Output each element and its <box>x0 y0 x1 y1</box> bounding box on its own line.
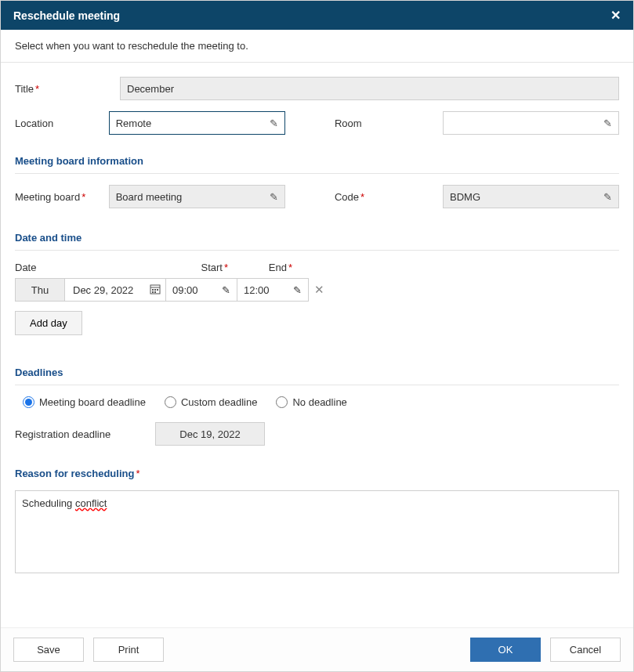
deadline-option-none[interactable]: No deadline <box>276 396 346 408</box>
dialog-title: Reschedule meeting <box>13 9 120 22</box>
pencil-icon[interactable]: ✎ <box>222 284 230 296</box>
ok-button[interactable]: OK <box>470 638 541 662</box>
print-button[interactable]: Print <box>93 638 164 662</box>
location-label: Location <box>15 117 98 129</box>
add-day-button[interactable]: Add day <box>15 311 82 335</box>
svg-rect-6 <box>152 291 154 293</box>
deadline-option-custom[interactable]: Custom deadline <box>165 396 258 408</box>
calendar-icon[interactable] <box>150 284 161 297</box>
meeting-board-field: Board meeting ✎ <box>109 185 285 208</box>
room-label: Room <box>335 117 376 129</box>
dialog-footer: Save Print OK Cancel <box>1 627 633 671</box>
section-date-time: Date and time <box>15 222 619 251</box>
code-field: BDMG ✎ <box>443 185 619 208</box>
reg-deadline-field: Dec 19, 2022 <box>155 422 265 446</box>
svg-rect-4 <box>154 289 156 291</box>
deadline-option-meeting-board[interactable]: Meeting board deadline <box>23 396 146 408</box>
location-field[interactable]: Remote ✎ <box>109 111 285 135</box>
section-deadlines: Deadlines <box>15 357 619 385</box>
end-time-cell[interactable]: 12:00 ✎ <box>237 278 309 302</box>
dialog-title-bar: Reschedule meeting ✕ <box>1 1 633 30</box>
code-label: Code* <box>335 191 376 203</box>
cancel-button[interactable]: Cancel <box>550 638 621 662</box>
section-meeting-board: Meeting board information <box>15 146 619 174</box>
remove-row-icon[interactable]: ✕ <box>314 283 324 297</box>
svg-rect-3 <box>152 289 154 291</box>
day-name-cell: Thu <box>15 278 65 302</box>
close-icon[interactable]: ✕ <box>610 8 621 23</box>
radio-meeting-board[interactable] <box>23 396 34 408</box>
title-field: December <box>120 77 619 100</box>
dialog-subtitle: Select when you want to reschedule the m… <box>1 30 633 63</box>
pencil-icon[interactable]: ✎ <box>603 117 612 129</box>
date-header-label: Date <box>15 262 165 273</box>
meeting-board-label: Meeting board* <box>15 191 98 203</box>
reg-deadline-label: Registration deadline <box>15 428 129 440</box>
svg-rect-7 <box>154 291 156 293</box>
start-header-label: Start* <box>165 262 237 273</box>
date-cell[interactable]: Dec 29, 2022 <box>64 278 166 302</box>
section-reason: Reason for rescheduling* <box>15 458 619 486</box>
radio-custom[interactable] <box>165 396 176 408</box>
end-header-label: End* <box>237 262 297 273</box>
svg-rect-5 <box>157 289 158 291</box>
pencil-icon: ✎ <box>603 191 612 203</box>
pencil-icon[interactable]: ✎ <box>293 284 302 296</box>
title-label: Title* <box>15 83 109 95</box>
room-field[interactable]: ✎ <box>443 111 619 135</box>
start-time-cell[interactable]: 09:00 ✎ <box>165 278 237 302</box>
reason-textarea[interactable]: Scheduling conflict <box>15 490 619 573</box>
save-button[interactable]: Save <box>13 638 84 662</box>
radio-no-deadline[interactable] <box>276 396 288 408</box>
pencil-icon: ✎ <box>270 191 278 203</box>
pencil-icon[interactable]: ✎ <box>270 117 278 129</box>
